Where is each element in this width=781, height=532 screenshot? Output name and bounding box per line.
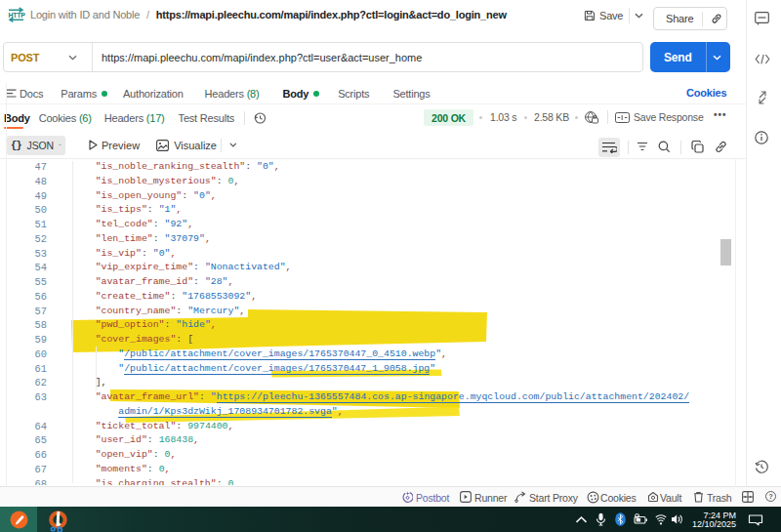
svg-text:?: ? — [769, 493, 773, 500]
